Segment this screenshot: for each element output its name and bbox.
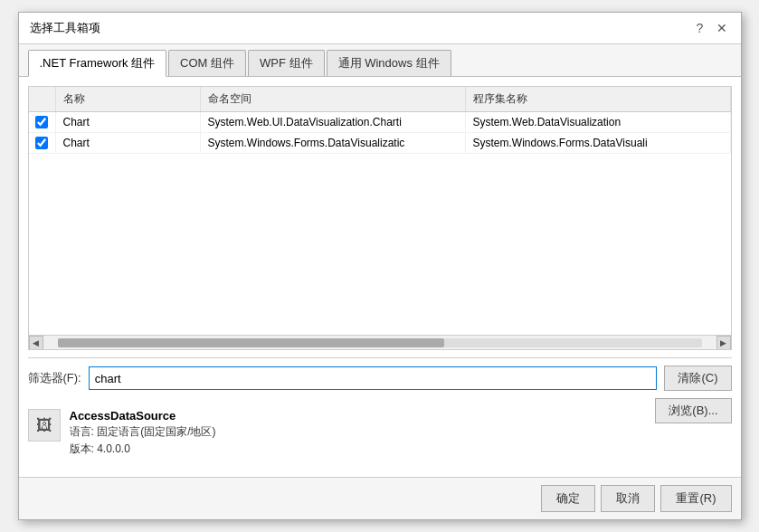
filter-label: 筛选器(F): <box>28 370 81 386</box>
empty-area <box>29 154 731 335</box>
close-button[interactable]: ✕ <box>714 20 730 36</box>
dialog: 选择工具箱项 ? ✕ .NET Framework 组件 COM 组件 WPF … <box>18 12 742 520</box>
tab-general[interactable]: 通用 Windows 组件 <box>327 50 451 76</box>
scroll-thumb[interactable] <box>58 338 444 347</box>
info-version: 版本: 4.0.0.0 <box>70 442 216 457</box>
info-language: 语言: 固定语言(固定国家/地区) <box>70 424 216 440</box>
dialog-title: 选择工具箱项 <box>30 20 100 36</box>
horizontal-scrollbar[interactable]: ◀ ▶ <box>29 335 731 349</box>
row1-namespace: System.Web.UI.DataVisualization.Charti <box>201 112 466 132</box>
row2-namespace: System.Windows.Forms.DataVisualizatic <box>201 133 466 153</box>
row1-assembly: System.Web.DataVisualization <box>466 112 731 132</box>
tab-wpf[interactable]: WPF 组件 <box>248 50 325 76</box>
table-row: Chart System.Windows.Forms.DataVisualiza… <box>29 133 731 154</box>
cancel-button[interactable]: 取消 <box>601 485 655 512</box>
info-text: AccessDataSource 语言: 固定语言(固定国家/地区) 版本: 4… <box>70 409 216 457</box>
title-bar: 选择工具箱项 ? ✕ <box>19 13 741 44</box>
row2-checkbox-cell[interactable] <box>29 133 56 153</box>
tab-com[interactable]: COM 组件 <box>168 50 246 76</box>
tab-dotnet[interactable]: .NET Framework 组件 <box>28 50 167 77</box>
title-bar-controls: ? ✕ <box>692 20 730 36</box>
scroll-left-arrow[interactable]: ◀ <box>29 336 43 350</box>
bottom-bar: 确定 取消 重置(R) <box>19 477 741 519</box>
info-title: AccessDataSource <box>70 409 216 423</box>
tabs-row: .NET Framework 组件 COM 组件 WPF 组件 通用 Windo… <box>19 44 741 77</box>
info-section: 🖼 AccessDataSource 语言: 固定语言(固定国家/地区) 版本:… <box>28 402 216 464</box>
table-container: 名称 命名空间 程序集名称 Chart System.Web.UI.DataVi… <box>28 86 732 350</box>
col-header-assembly: 程序集名称 <box>466 87 731 111</box>
col-header-name: 名称 <box>56 87 201 111</box>
ok-button[interactable]: 确定 <box>541 485 595 512</box>
col-header-namespace: 命名空间 <box>201 87 466 111</box>
info-icon: 🖼 <box>28 409 61 442</box>
help-button[interactable]: ? <box>692 20 708 36</box>
row2-checkbox[interactable] <box>35 137 48 149</box>
filter-input[interactable] <box>89 366 658 390</box>
browse-button[interactable]: 浏览(B)... <box>655 398 731 423</box>
row2-name: Chart <box>56 133 201 153</box>
row1-checkbox-cell[interactable] <box>29 112 56 132</box>
scroll-track[interactable] <box>58 338 702 347</box>
table-body: Chart System.Web.UI.DataVisualization.Ch… <box>29 112 731 335</box>
table-header: 名称 命名空间 程序集名称 <box>29 87 731 112</box>
filter-row: 筛选器(F): 清除(C) <box>28 357 732 398</box>
row2-assembly: System.Windows.Forms.DataVisuali <box>466 133 731 153</box>
info-and-buttons: 🖼 AccessDataSource 语言: 固定语言(固定国家/地区) 版本:… <box>28 398 732 468</box>
content-area: 名称 命名空间 程序集名称 Chart System.Web.UI.DataVi… <box>19 77 741 477</box>
row1-name: Chart <box>56 112 201 132</box>
clear-button[interactable]: 清除(C) <box>664 366 731 391</box>
col-header-checkbox <box>29 87 56 111</box>
scroll-right-arrow[interactable]: ▶ <box>716 336 731 350</box>
reset-button[interactable]: 重置(R) <box>660 485 731 512</box>
component-icon: 🖼 <box>36 416 52 435</box>
row1-checkbox[interactable] <box>35 116 48 128</box>
table-row: Chart System.Web.UI.DataVisualization.Ch… <box>29 112 731 133</box>
